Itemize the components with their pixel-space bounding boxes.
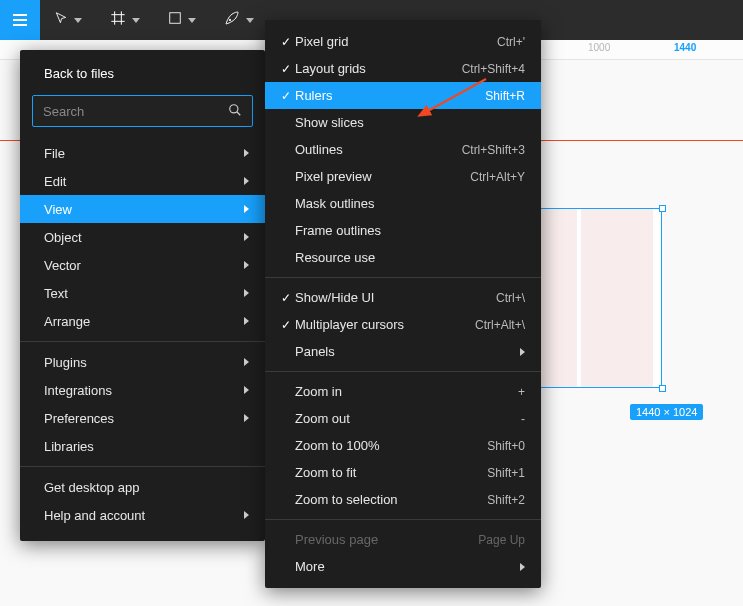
ruler-label: 1000 xyxy=(588,42,610,53)
menu-search-input[interactable] xyxy=(43,104,220,119)
chevron-right-icon xyxy=(244,177,249,185)
menu-item-get-desktop-app[interactable]: Get desktop app xyxy=(20,473,265,501)
chevron-down-icon xyxy=(246,18,254,23)
submenu-item-zoom-to-selection[interactable]: Zoom to selectionShift+2 xyxy=(265,486,541,513)
chevron-right-icon xyxy=(244,205,249,213)
submenu-item-label: Zoom to 100% xyxy=(295,438,487,453)
chevron-right-icon xyxy=(244,233,249,241)
svg-rect-4 xyxy=(170,13,181,24)
submenu-item-label: Panels xyxy=(295,344,520,359)
menu-item-text[interactable]: Text xyxy=(20,279,265,307)
tool-shape[interactable] xyxy=(154,0,210,40)
main-menu: Back to files FileEditViewObjectVectorTe… xyxy=(20,50,265,541)
menu-item-view[interactable]: View xyxy=(20,195,265,223)
chevron-right-icon xyxy=(244,289,249,297)
menu-item-help-and-account[interactable]: Help and account xyxy=(20,501,265,529)
submenu-item-frame-outlines[interactable]: Frame outlines xyxy=(265,217,541,244)
shortcut-label: Ctrl+Shift+4 xyxy=(462,62,525,76)
shortcut-label: + xyxy=(518,385,525,399)
submenu-item-label: Zoom in xyxy=(295,384,518,399)
shortcut-label: Ctrl+Shift+3 xyxy=(462,143,525,157)
menu-item-vector[interactable]: Vector xyxy=(20,251,265,279)
menu-item-label: Help and account xyxy=(44,508,244,523)
shape-icon xyxy=(168,11,182,29)
submenu-item-label: Zoom to selection xyxy=(295,492,487,507)
menu-item-plugins[interactable]: Plugins xyxy=(20,348,265,376)
svg-line-7 xyxy=(237,111,241,115)
search-icon xyxy=(228,103,242,120)
submenu-item-zoom-out[interactable]: Zoom out- xyxy=(265,405,541,432)
shortcut-label: Shift+1 xyxy=(487,466,525,480)
selection-handle[interactable] xyxy=(659,385,666,392)
check-icon: ✓ xyxy=(277,35,295,49)
submenu-item-more[interactable]: More xyxy=(265,553,541,580)
chevron-down-icon xyxy=(188,18,196,23)
submenu-item-outlines[interactable]: OutlinesCtrl+Shift+3 xyxy=(265,136,541,163)
tool-move[interactable] xyxy=(40,0,96,40)
tool-pen[interactable] xyxy=(210,0,268,40)
submenu-item-label: Frame outlines xyxy=(295,223,525,238)
move-icon xyxy=(54,11,68,29)
menu-item-object[interactable]: Object xyxy=(20,223,265,251)
svg-point-6 xyxy=(230,104,238,112)
selection-size-badge: 1440 × 1024 xyxy=(630,404,703,420)
menu-item-label: Object xyxy=(44,230,244,245)
selection-handle[interactable] xyxy=(659,205,666,212)
submenu-item-resource-use[interactable]: Resource use xyxy=(265,244,541,271)
hamburger-menu-button[interactable] xyxy=(0,0,40,40)
submenu-item-label: Pixel grid xyxy=(295,34,497,49)
chevron-right-icon xyxy=(244,358,249,366)
menu-item-label: Libraries xyxy=(44,439,249,454)
submenu-item-label: Resource use xyxy=(295,250,525,265)
submenu-item-show-hide-ui[interactable]: ✓Show/Hide UICtrl+\ xyxy=(265,284,541,311)
submenu-item-panels[interactable]: Panels xyxy=(265,338,541,365)
check-icon: ✓ xyxy=(277,318,295,332)
check-icon: ✓ xyxy=(277,62,295,76)
menu-item-edit[interactable]: Edit xyxy=(20,167,265,195)
submenu-item-label: Pixel preview xyxy=(295,169,470,184)
menu-item-label: File xyxy=(44,146,244,161)
shortcut-label: Ctrl+\ xyxy=(496,291,525,305)
chevron-right-icon xyxy=(244,386,249,394)
menu-item-label: Arrange xyxy=(44,314,244,329)
chevron-right-icon xyxy=(244,149,249,157)
shortcut-label: Shift+R xyxy=(485,89,525,103)
back-to-files[interactable]: Back to files xyxy=(20,56,265,95)
menu-item-libraries[interactable]: Libraries xyxy=(20,432,265,460)
shortcut-label: Page Up xyxy=(478,533,525,547)
submenu-item-mask-outlines[interactable]: Mask outlines xyxy=(265,190,541,217)
menu-item-label: Get desktop app xyxy=(44,480,249,495)
frame-icon xyxy=(110,10,126,30)
menu-item-label: Edit xyxy=(44,174,244,189)
submenu-item-previous-page: Previous pagePage Up xyxy=(265,526,541,553)
submenu-item-label: Layout grids xyxy=(295,61,462,76)
chevron-right-icon xyxy=(244,511,249,519)
submenu-item-rulers[interactable]: ✓RulersShift+R xyxy=(265,82,541,109)
menu-item-integrations[interactable]: Integrations xyxy=(20,376,265,404)
chevron-right-icon xyxy=(520,348,525,356)
menu-search[interactable] xyxy=(32,95,253,127)
submenu-item-zoom-in[interactable]: Zoom in+ xyxy=(265,378,541,405)
chevron-down-icon xyxy=(132,18,140,23)
menu-item-preferences[interactable]: Preferences xyxy=(20,404,265,432)
submenu-item-multiplayer-cursors[interactable]: ✓Multiplayer cursorsCtrl+Alt+\ xyxy=(265,311,541,338)
submenu-item-label: Rulers xyxy=(295,88,485,103)
svg-point-5 xyxy=(229,19,230,20)
menu-item-label: Integrations xyxy=(44,383,244,398)
menu-item-label: Text xyxy=(44,286,244,301)
submenu-item-zoom-to-100-[interactable]: Zoom to 100%Shift+0 xyxy=(265,432,541,459)
submenu-item-show-slices[interactable]: Show slices xyxy=(265,109,541,136)
submenu-item-zoom-to-fit[interactable]: Zoom to fitShift+1 xyxy=(265,459,541,486)
menu-item-file[interactable]: File xyxy=(20,139,265,167)
submenu-item-label: Outlines xyxy=(295,142,462,157)
tool-frame[interactable] xyxy=(96,0,154,40)
shortcut-label: - xyxy=(521,412,525,426)
submenu-item-pixel-grid[interactable]: ✓Pixel gridCtrl+' xyxy=(265,28,541,55)
menu-item-arrange[interactable]: Arrange xyxy=(20,307,265,335)
shortcut-label: Ctrl+Alt+Y xyxy=(470,170,525,184)
submenu-item-layout-grids[interactable]: ✓Layout gridsCtrl+Shift+4 xyxy=(265,55,541,82)
submenu-item-pixel-preview[interactable]: Pixel previewCtrl+Alt+Y xyxy=(265,163,541,190)
chevron-right-icon xyxy=(244,414,249,422)
menu-item-label: View xyxy=(44,202,244,217)
chevron-right-icon xyxy=(244,261,249,269)
